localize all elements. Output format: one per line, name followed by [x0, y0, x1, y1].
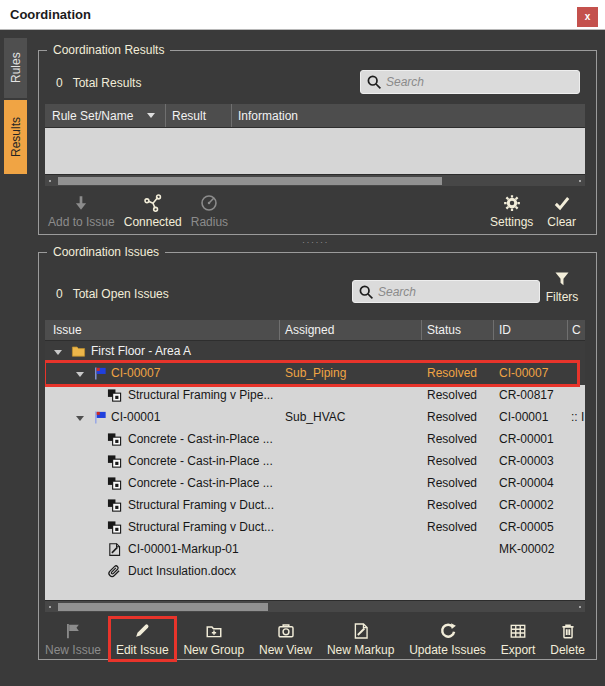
row-id: CR-00004: [499, 476, 554, 490]
tree-row-clash[interactable]: Structural Framing v Duct...ResolvedCR-0…: [45, 495, 585, 517]
tree-expand-arrow-icon[interactable]: [76, 372, 84, 377]
row-label: CI-00001-Markup-01: [128, 542, 239, 556]
results-hscroll-thumb[interactable]: [58, 177, 442, 185]
new-group-label: New Group: [183, 643, 244, 657]
markup-icon: [352, 622, 370, 640]
filters-button[interactable]: Filters: [540, 270, 584, 304]
issues-hscroll-thumb[interactable]: [58, 603, 268, 611]
tree-row-issue[interactable]: CI-00007Sub_PipingResolvedCI-00007: [45, 363, 585, 385]
issues-col-status[interactable]: Status: [422, 320, 494, 340]
new-group-button[interactable]: New Group: [183, 622, 244, 657]
filters-label: Filters: [546, 290, 579, 304]
scroll-left-arrow-icon[interactable]: [49, 180, 51, 182]
markup-dark-icon: [107, 542, 122, 557]
issues-col-issue[interactable]: Issue: [45, 320, 280, 340]
refresh-icon: [439, 622, 457, 640]
flag-icon: [64, 622, 82, 640]
settings-button[interactable]: Settings: [490, 194, 533, 229]
tab-results[interactable]: Results: [4, 100, 27, 174]
gear-icon: [503, 194, 521, 212]
radius-button: Radius: [191, 194, 228, 229]
row-label: Concrete - Cast-in-Place ...: [128, 432, 273, 446]
row-status: Resolved: [427, 454, 477, 468]
chevron-down-icon[interactable]: [147, 113, 155, 118]
issues-col-assigned[interactable]: Assigned: [280, 320, 422, 340]
search-icon: [366, 74, 382, 90]
row-id: CR-00003: [499, 454, 554, 468]
tree-expand-arrow-icon[interactable]: [76, 416, 84, 421]
scroll-left-arrow-icon[interactable]: [49, 606, 51, 608]
row-id: CR-00002: [499, 498, 554, 512]
edit-issue-label: Edit Issue: [116, 643, 169, 657]
new-markup-button[interactable]: New Markup: [327, 622, 394, 657]
issues-count: 0: [56, 287, 63, 301]
tree-row-issue[interactable]: CI-00001Sub_HVACResolvedCI-00001:: I: [45, 407, 585, 429]
tree-row-clash[interactable]: Concrete - Cast-in-Place ...ResolvedCR-0…: [45, 429, 585, 451]
row-assigned: Sub_Piping: [285, 366, 346, 380]
new-issue-label: New Issue: [45, 643, 101, 657]
issues-table: Issue Assigned Status ID C First Floor -…: [45, 320, 585, 612]
row-label: Structural Framing v Duct...: [128, 520, 274, 534]
clash-icon: [107, 498, 122, 513]
row-id: CR-00001: [499, 432, 554, 446]
connected-icon: [144, 194, 162, 212]
results-hscrollbar[interactable]: [45, 174, 585, 186]
row-id: CR-00817: [499, 388, 554, 402]
results-search: [360, 70, 580, 94]
row-label: Duct Insulation.docx: [128, 564, 236, 578]
settings-label: Settings: [490, 215, 533, 229]
row-status: Resolved: [427, 366, 477, 380]
row-id: CI-00001: [499, 410, 548, 424]
tree-row-markup[interactable]: CI-00001-Markup-01MK-00002: [45, 539, 585, 561]
new-issue-button: New Issue: [45, 622, 101, 657]
issues-search-input[interactable]: [374, 285, 539, 299]
export-button[interactable]: Export: [501, 622, 536, 657]
search-icon: [358, 284, 374, 300]
row-label: CI-00007: [111, 366, 160, 380]
edit-issue-button[interactable]: Edit Issue: [116, 622, 169, 657]
clear-button[interactable]: Clear: [547, 194, 576, 229]
tree-expand-arrow-icon[interactable]: [54, 350, 62, 355]
issues-count-label: Total Open Issues: [73, 287, 169, 301]
results-col-rulesetname[interactable]: Rule Set/Name: [45, 104, 166, 127]
results-col-result[interactable]: Result: [166, 104, 232, 127]
add-to-issue-label: Add to Issue: [48, 215, 115, 229]
pencil-icon: [133, 622, 151, 640]
issues-col-id[interactable]: ID: [494, 320, 568, 340]
issues-search: [352, 280, 540, 303]
tree-row-attachment[interactable]: Duct Insulation.docx: [45, 561, 585, 583]
tree-row-clash[interactable]: Concrete - Cast-in-Place ...ResolvedCR-0…: [45, 451, 585, 473]
issue-flag-icon: [93, 366, 108, 381]
connected-label: Connected: [124, 215, 182, 229]
clash-icon: [107, 388, 122, 403]
tree-row-clash[interactable]: Structural Framing v Duct...ResolvedCR-0…: [45, 517, 585, 539]
new-markup-label: New Markup: [327, 643, 394, 657]
tree-row-folder[interactable]: First Floor - Area A: [45, 341, 585, 363]
results-col-information[interactable]: Information: [232, 104, 585, 127]
new-view-button[interactable]: New View: [259, 622, 312, 657]
results-toolbar-left: Add to IssueConnectedRadius: [48, 194, 228, 229]
new-view-label: New View: [259, 643, 312, 657]
results-search-input[interactable]: [382, 75, 579, 89]
radius-label: Radius: [191, 215, 228, 229]
close-button[interactable]: x: [577, 7, 598, 27]
issues-hscrollbar[interactable]: [45, 600, 585, 612]
clash-icon: [107, 454, 122, 469]
delete-button[interactable]: Delete: [550, 622, 585, 657]
scroll-right-arrow-icon[interactable]: [579, 180, 581, 182]
scroll-right-arrow-icon[interactable]: [579, 606, 581, 608]
tree-row-clash[interactable]: Concrete - Cast-in-Place ...ResolvedCR-0…: [45, 473, 585, 495]
clash-icon: [107, 432, 122, 447]
connected-button[interactable]: Connected: [124, 194, 182, 229]
tree-row-clash[interactable]: Structural Framing v Pipe...ResolvedCR-0…: [45, 385, 585, 407]
window-title: Coordination: [10, 7, 91, 22]
splitter-handle[interactable]: ······: [302, 240, 329, 244]
clash-icon: [107, 520, 122, 535]
update-issues-button[interactable]: Update Issues: [409, 622, 486, 657]
issues-col-comments[interactable]: C: [568, 320, 585, 340]
folder-icon: [71, 344, 86, 359]
export-label: Export: [501, 643, 536, 657]
issues-total: 0Total Open Issues: [56, 287, 169, 301]
row-status: Resolved: [427, 520, 477, 534]
tab-rules[interactable]: Rules: [4, 38, 27, 98]
